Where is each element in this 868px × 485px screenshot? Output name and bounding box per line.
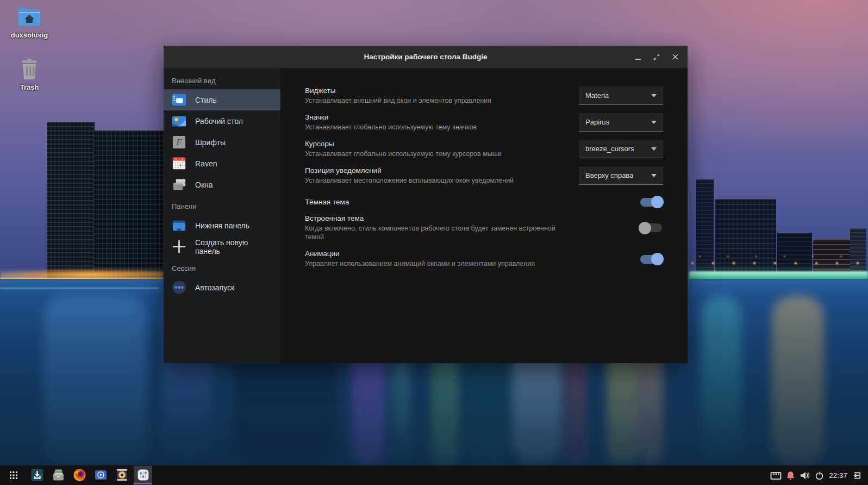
toggle-knob xyxy=(651,253,664,265)
dropdown-value: Materia xyxy=(585,91,609,100)
taskbar-app-file-manager[interactable] xyxy=(49,466,67,484)
setting-title: Анимации xyxy=(305,250,535,258)
raven-toggle-icon[interactable] xyxy=(852,471,861,480)
setting-row-notification-position: Позиция уведомлений Устанавливает местоп… xyxy=(305,166,663,185)
setting-title: Тёмная тема xyxy=(305,198,349,206)
chevron-down-icon xyxy=(651,94,657,97)
windows-icon xyxy=(171,177,187,192)
sidebar-item-label: Raven xyxy=(195,159,217,168)
setting-title: Виджеты xyxy=(305,86,491,95)
chevron-down-icon xyxy=(651,147,657,151)
titlebar[interactable]: Настройки рабочего стола Budgie xyxy=(164,46,688,69)
setting-row-animations: Анимации Управляет использованием анимац… xyxy=(305,250,663,269)
autostart-icon xyxy=(171,279,187,295)
setting-subtitle: Устанавливает глобально используемую тем… xyxy=(305,123,477,132)
sidebar-item-label: Стиль xyxy=(195,96,217,104)
desktop-icon-trash[interactable]: Trash xyxy=(4,58,54,91)
desktop-icon-label: Trash xyxy=(4,83,54,91)
sidebar-item-windows[interactable]: Окна xyxy=(164,174,280,195)
widgets-theme-dropdown[interactable]: Materia xyxy=(579,86,663,105)
setting-subtitle: Устанавливает внешний вид окон и элемент… xyxy=(305,96,491,105)
close-icon xyxy=(672,53,679,60)
setting-title: Позиция уведомлений xyxy=(305,166,514,175)
setting-row-icons: Значки Устанавливает глобально используе… xyxy=(305,113,663,132)
budgie-settings-window: Настройки рабочего стола Budgie xyxy=(164,46,688,363)
sidebar-item-create-panel[interactable]: Создать новую панель xyxy=(164,236,280,257)
sidebar-item-autostart[interactable]: Автозапуск xyxy=(164,277,280,298)
desktop-screen: duxsolusig Trash Настройки рабочего стол… xyxy=(0,0,868,485)
window-title: Настройки рабочего стола Budgie xyxy=(164,53,688,61)
builtin-theme-toggle[interactable] xyxy=(640,223,662,232)
network-icon[interactable] xyxy=(770,471,782,480)
trash-icon xyxy=(17,58,42,80)
close-button[interactable] xyxy=(668,50,682,64)
sidebar-item-label: Окна xyxy=(195,181,213,189)
sidebar-section-session: Сессия xyxy=(164,257,280,277)
sidebar-item-label: Нижняя панель xyxy=(195,221,249,230)
app-grid-icon xyxy=(9,471,18,480)
taskbar-app-media-player[interactable] xyxy=(91,466,110,484)
taskbar-app-software-center[interactable] xyxy=(28,466,46,484)
desktop-icon-label: duxsolusig xyxy=(4,31,54,39)
maximize-button[interactable] xyxy=(650,50,664,64)
setting-subtitle: Устанавливает местоположение всплывающих… xyxy=(305,176,514,185)
file-manager-icon xyxy=(52,468,65,482)
setting-row-dark-theme: Тёмная тема xyxy=(305,198,663,207)
sidebar-item-style[interactable]: Стиль xyxy=(164,89,280,110)
icon-theme-dropdown[interactable]: Papirus xyxy=(579,113,663,132)
fonts-icon: F xyxy=(171,134,187,150)
firefox-icon xyxy=(73,468,86,482)
sidebar-item-desktop[interactable]: Рабочий стол xyxy=(164,110,280,132)
animations-toggle[interactable] xyxy=(640,255,662,264)
app-menu-button[interactable] xyxy=(4,467,23,483)
toggle-knob xyxy=(651,196,664,208)
maximize-icon xyxy=(653,53,660,61)
system-tray: 22:37 xyxy=(770,471,864,480)
settings-sidebar: Внешний вид Стиль xyxy=(164,69,281,363)
sidebar-item-label: Создать новую панель xyxy=(195,238,273,256)
plus-icon xyxy=(171,239,187,254)
notification-position-dropdown[interactable]: Вверху справа xyxy=(579,166,663,185)
setting-subtitle: Управляет использованием анимаций окнами… xyxy=(305,259,535,269)
sidebar-item-raven[interactable]: Raven xyxy=(164,153,280,174)
toggle-knob xyxy=(639,222,651,234)
sidebar-section-panels: Панели xyxy=(164,195,280,215)
svg-text:F: F xyxy=(176,137,182,147)
taskbar-app-music-player[interactable] xyxy=(113,466,131,484)
setting-row-widgets: Виджеты Устанавливает внешний вид окон и… xyxy=(305,86,663,105)
volume-icon[interactable] xyxy=(800,471,810,480)
setting-title: Значки xyxy=(305,113,477,121)
clock[interactable]: 22:37 xyxy=(829,471,847,480)
music-player-icon xyxy=(115,468,129,482)
desktop-icon-home-folder[interactable]: duxsolusig xyxy=(4,5,54,39)
taskbar-app-budgie-settings[interactable] xyxy=(134,466,152,484)
chevron-down-icon xyxy=(651,174,657,177)
setting-title: Курсоры xyxy=(305,140,502,148)
setting-row-builtin-theme: Встроенная тема Когда включено, стиль ко… xyxy=(305,214,663,242)
sidebar-item-label: Автозапуск xyxy=(195,283,234,292)
dropdown-value: breeze_cursors xyxy=(585,145,634,153)
style-icon xyxy=(171,92,187,108)
media-player-icon xyxy=(94,468,108,482)
power-icon[interactable] xyxy=(815,471,824,480)
raven-calendar-icon xyxy=(171,156,187,171)
taskbar: 22:37 xyxy=(0,465,868,485)
sidebar-item-bottom-panel[interactable]: Нижняя панель xyxy=(164,215,280,236)
sidebar-item-label: Шрифты xyxy=(195,138,226,147)
minimize-button[interactable] xyxy=(631,50,645,64)
desktop-wallpaper-icon xyxy=(171,113,187,129)
sidebar-item-fonts[interactable]: F Шрифты xyxy=(164,132,280,153)
dark-theme-toggle[interactable] xyxy=(640,198,662,207)
budgie-settings-icon xyxy=(136,468,150,482)
software-center-icon xyxy=(30,468,44,482)
taskbar-app-firefox[interactable] xyxy=(70,466,89,484)
panel-icon xyxy=(171,217,187,233)
cursor-theme-dropdown[interactable]: breeze_cursors xyxy=(579,140,663,158)
notifications-bell-icon[interactable] xyxy=(786,471,795,480)
home-folder-icon xyxy=(17,5,42,28)
setting-title: Встроенная тема xyxy=(305,214,566,222)
setting-subtitle: Когда включено, стиль компонентов рабоче… xyxy=(305,224,566,242)
dropdown-value: Вверху справа xyxy=(585,171,633,179)
dropdown-value: Papirus xyxy=(585,118,609,126)
minimize-icon xyxy=(635,59,641,60)
